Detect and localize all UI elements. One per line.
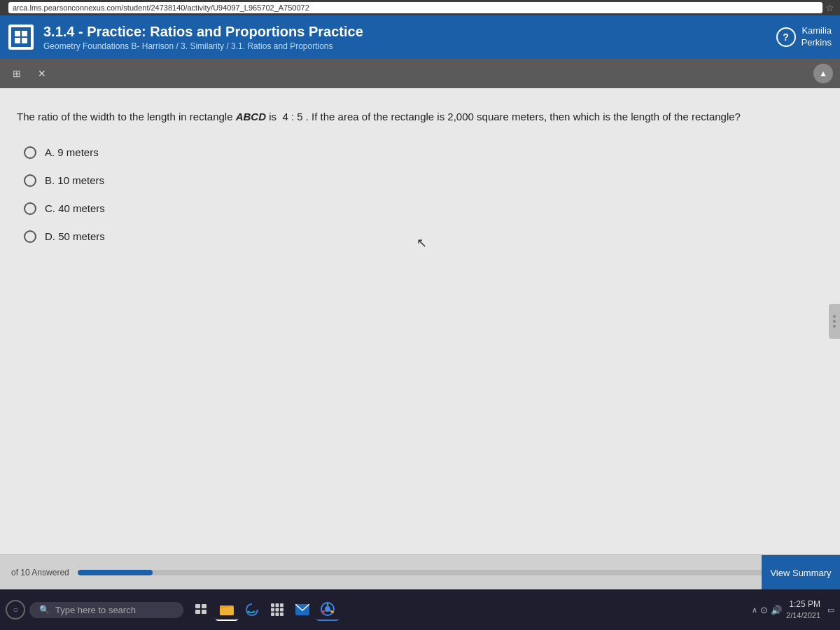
breadcrumb: Geometry Foundations B- Harrison / 3. Si…	[43, 41, 776, 51]
taskbar-email[interactable]	[291, 598, 314, 621]
search-placeholder: Type here to search	[55, 605, 136, 615]
svg-rect-14	[271, 608, 274, 612]
page-title: 3.1.4 - Practice: Ratios and Proportions…	[43, 23, 776, 40]
svg-rect-12	[276, 603, 279, 607]
answer-options: A. 9 meters B. 10 meters C. 40 meters D.…	[17, 146, 823, 243]
option-b-label: B. 10 meters	[45, 174, 104, 186]
progress-label: of 10 Answered	[11, 568, 69, 578]
svg-rect-15	[276, 608, 279, 612]
option-a[interactable]: A. 9 meters	[24, 146, 823, 159]
toolbar-close-icon[interactable]: ✕	[32, 64, 52, 83]
option-c[interactable]: C. 40 meters	[24, 202, 823, 215]
windows-orb[interactable]: ○	[6, 600, 25, 620]
radio-b[interactable]	[24, 174, 36, 187]
progress-track	[78, 570, 829, 575]
option-a-label: A. 9 meters	[45, 146, 99, 158]
address-bar[interactable]: arca.lms.pearsonconnexus.com/student/247…	[8, 2, 822, 13]
user-name: Kamilia Perkins	[802, 25, 832, 49]
svg-rect-17	[271, 612, 274, 616]
svg-rect-2	[15, 38, 20, 43]
svg-rect-13	[280, 603, 284, 607]
pearson-header: 3.1.4 - Practice: Ratios and Proportions…	[0, 15, 840, 59]
header-right: ? Kamilia Perkins	[776, 25, 832, 49]
taskbar-file-explorer[interactable]	[216, 598, 238, 621]
radio-d[interactable]	[24, 230, 36, 243]
radio-a[interactable]	[24, 146, 36, 159]
toolbar: ⊞ ✕ ▲	[0, 59, 840, 88]
pearson-logo	[8, 24, 34, 50]
tray-icons: ∧ ⊙ 🔊	[752, 605, 782, 615]
side-handle-dots	[833, 315, 836, 328]
taskbar-task-view[interactable]	[190, 598, 213, 621]
svg-rect-10	[220, 606, 226, 608]
option-c-label: C. 40 meters	[45, 202, 105, 214]
clock-date: 2/14/2021	[786, 610, 820, 621]
progress-section: of 10 Answered View Summary	[0, 554, 840, 589]
avatar[interactable]: ▲	[813, 64, 833, 83]
toolbar-grid-icon[interactable]: ⊞	[7, 64, 27, 83]
bookmark-icon[interactable]: ☆	[825, 2, 834, 13]
tray-arrow-up[interactable]: ∧	[752, 606, 757, 615]
side-handle-dot-2	[833, 320, 836, 323]
svg-rect-3	[22, 38, 27, 43]
tray-notification[interactable]: ▭	[827, 606, 834, 615]
svg-rect-6	[195, 610, 200, 614]
option-d-label: D. 50 meters	[45, 230, 105, 242]
svg-rect-16	[280, 608, 284, 612]
browser-top-bar: arca.lms.pearsonconnexus.com/student/247…	[0, 0, 840, 15]
taskbar-chrome[interactable]	[316, 598, 339, 621]
option-b[interactable]: B. 10 meters	[24, 174, 823, 187]
svg-point-22	[325, 606, 330, 612]
clock-block[interactable]: 1:25 PM 2/14/2021	[786, 598, 820, 621]
svg-rect-1	[22, 31, 27, 36]
option-d[interactable]: D. 50 meters	[24, 230, 823, 243]
svg-rect-5	[202, 604, 206, 608]
progress-fill	[78, 570, 153, 575]
main-content: The ratio of the width to the length in …	[0, 88, 840, 554]
svg-rect-11	[271, 603, 274, 607]
tray-speaker-icon[interactable]: 🔊	[771, 605, 782, 615]
radio-c[interactable]	[24, 202, 36, 215]
tray-network-icon[interactable]: ⊙	[760, 605, 768, 615]
help-icon[interactable]: ?	[776, 27, 796, 47]
svg-rect-4	[195, 604, 200, 608]
svg-rect-0	[15, 31, 20, 36]
clock-time: 1:25 PM	[786, 598, 820, 610]
taskbar-edge[interactable]	[241, 598, 263, 621]
view-summary-button[interactable]: View Summary	[762, 555, 840, 590]
svg-rect-19	[280, 612, 284, 616]
taskbar: ○ 🔍 Type here to search	[0, 589, 840, 630]
side-handle-dot-3	[833, 325, 836, 328]
side-handle[interactable]	[829, 304, 840, 339]
side-handle-dot-1	[833, 315, 836, 318]
pearson-logo-inner	[11, 27, 31, 47]
search-icon: 🔍	[39, 605, 50, 615]
svg-rect-7	[202, 610, 206, 614]
system-tray: ∧ ⊙ 🔊 1:25 PM 2/14/2021 ▭	[752, 598, 834, 621]
svg-rect-18	[276, 612, 279, 616]
header-title-block: 3.1.4 - Practice: Ratios and Proportions…	[43, 23, 776, 51]
taskbar-search-box[interactable]: 🔍 Type here to search	[29, 602, 183, 618]
taskbar-apps-grid[interactable]	[266, 598, 288, 621]
question-text: The ratio of the width to the length in …	[17, 109, 823, 125]
